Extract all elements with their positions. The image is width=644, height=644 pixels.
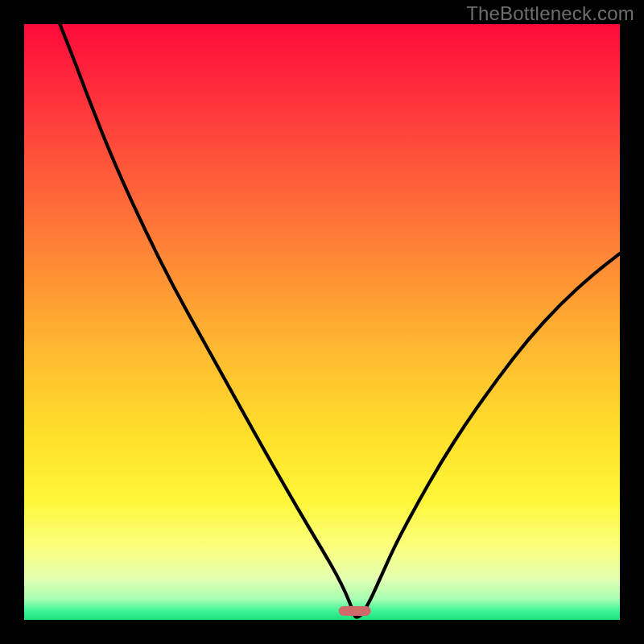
watermark-text: TheBottleneck.com bbox=[466, 2, 634, 25]
plot-area bbox=[24, 24, 620, 620]
optimum-marker bbox=[339, 606, 371, 616]
chart-frame: TheBottleneck.com bbox=[0, 0, 644, 644]
gradient-background bbox=[24, 24, 620, 620]
chart-svg bbox=[24, 24, 620, 620]
